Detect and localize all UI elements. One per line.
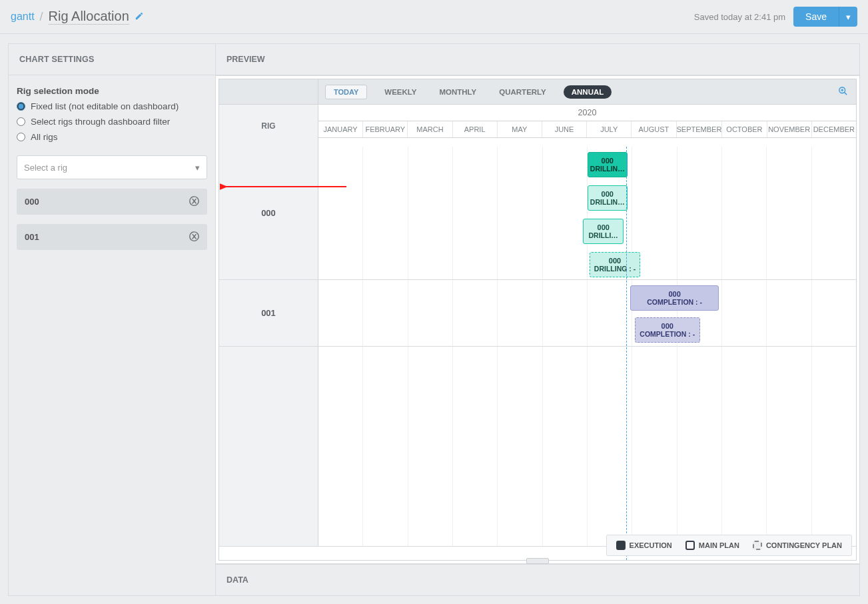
scale-annual[interactable]: ANNUAL: [564, 85, 612, 99]
breadcrumb-sep: /: [40, 10, 43, 24]
preview-header: PREVIEW: [216, 44, 859, 75]
scale-weekly[interactable]: WEEKLY: [379, 85, 422, 99]
rig-row-label: 001: [219, 280, 318, 346]
month-header: JULY: [586, 121, 631, 137]
gantt-bar[interactable]: 000COMPLETION : -: [630, 285, 719, 311]
sidebar: CHART SETTINGS Rig selection mode Fixed …: [8, 43, 216, 596]
radio-fixed-input[interactable]: [17, 102, 25, 111]
month-header: NOVEMBER: [767, 121, 811, 137]
radio-fixed-text: Fixed list (not editable on dashboard): [31, 101, 179, 111]
rig-chip-label: 001: [25, 232, 39, 242]
save-button-group: Save ▾: [793, 7, 857, 27]
gantt-bar[interactable]: 000DRILLIN…: [588, 152, 628, 177]
rig-row-label: 000: [219, 147, 318, 279]
gantt-empty-area: [219, 347, 856, 547]
topbar: gantt / Rig Allocation Saved today at 2:…: [0, 0, 868, 34]
page-title[interactable]: Rig Allocation: [49, 9, 129, 25]
month-header: MARCH: [407, 121, 452, 137]
radio-filter-input[interactable]: [17, 117, 25, 126]
remove-chip-icon[interactable]: ⓧ: [189, 195, 199, 208]
gantt-rows[interactable]: 000000DRILLIN…000DRILLIN…000DRILLI…000DR…: [219, 147, 856, 560]
today-marker: [626, 147, 627, 560]
legend-contingency-plan: CONTINGENCY PLAN: [753, 541, 842, 550]
year-label: 2020: [318, 105, 856, 121]
month-header: AUGUST: [631, 121, 675, 137]
timeline[interactable]: 000DRILLIN…000DRILLIN…000DRILLI…000DRILL…: [318, 147, 856, 279]
month-header: JANUARY: [318, 121, 362, 137]
month-header: OCTOBER: [721, 121, 766, 137]
month-header: SEPTEMBER: [676, 121, 722, 137]
legend-execution: EXECUTION: [616, 541, 672, 550]
month-header: MAY: [497, 121, 542, 137]
saved-timestamp: Saved today at 2:41 pm: [694, 12, 785, 22]
remove-chip-icon[interactable]: ⓧ: [189, 231, 199, 243]
legend-main-swatch: [685, 541, 695, 550]
legend-main-plan: MAIN PLAN: [685, 541, 739, 550]
month-header: APRIL: [452, 121, 497, 137]
pencil-icon[interactable]: [135, 11, 144, 23]
radio-all-input[interactable]: [17, 133, 25, 141]
sidebar-header: CHART SETTINGS: [9, 44, 215, 75]
breadcrumb: gantt / Rig Allocation: [11, 9, 144, 25]
legend-main-label: MAIN PLAN: [699, 541, 739, 549]
rig-column-header: RIG: [219, 105, 318, 147]
radio-all-rigs[interactable]: All rigs: [17, 132, 207, 142]
rig-mode-label: Rig selection mode: [17, 86, 207, 96]
content: PREVIEW TODAY WEEKLY MONTHLY QUARTERLY A…: [216, 43, 860, 596]
today-button[interactable]: TODAY: [325, 85, 367, 99]
gantt-area: TODAY WEEKLY MONTHLY QUARTERLY ANNUAL RI…: [216, 75, 859, 564]
timeline[interactable]: 000COMPLETION : -000COMPLETION : -: [318, 280, 856, 346]
rig-chip-label: 000: [25, 197, 39, 207]
month-header: JUNE: [542, 121, 586, 137]
data-section-header[interactable]: DATA: [216, 564, 859, 595]
scale-quarterly[interactable]: QUARTERLY: [494, 85, 552, 99]
gantt-controls: TODAY WEEKLY MONTHLY QUARTERLY ANNUAL: [318, 85, 612, 99]
legend-exec-label: EXECUTION: [630, 541, 672, 549]
caret-down-icon: ▾: [846, 12, 851, 22]
month-header: FEBRUARY: [362, 121, 407, 137]
topbar-right: Saved today at 2:41 pm Save ▾: [694, 7, 857, 27]
svg-line-1: [844, 92, 847, 95]
gantt-inner: TODAY WEEKLY MONTHLY QUARTERLY ANNUAL RI…: [218, 79, 857, 561]
scale-monthly[interactable]: MONTHLY: [434, 85, 482, 99]
month-headers: JANUARYFEBRUARYMARCHAPRILMAYJUNEJULYAUGU…: [318, 121, 856, 137]
radio-dashboard-filter[interactable]: Select rigs through dashboard filter: [17, 117, 207, 127]
splitter-handle[interactable]: [526, 558, 549, 564]
month-header: DECEMBER: [811, 121, 856, 137]
rig-chip-001: 001 ⓧ: [17, 224, 207, 250]
rig-chip-000: 000 ⓧ: [17, 189, 207, 215]
rig-select[interactable]: Select a rig ▾: [17, 155, 207, 179]
radio-fixed-list[interactable]: Fixed list (not editable on dashboard): [17, 101, 207, 111]
rig-col-spacer: [219, 79, 318, 104]
gantt-bar[interactable]: 000DRILLIN…: [588, 185, 628, 211]
gantt-row: 001000COMPLETION : -000COMPLETION : -: [219, 280, 856, 347]
save-dropdown-button[interactable]: ▾: [839, 7, 857, 27]
chevron-down-icon: ▾: [195, 163, 200, 173]
sidebar-body: Rig selection mode Fixed list (not edita…: [9, 75, 215, 261]
radio-filter-text: Select rigs through dashboard filter: [31, 117, 170, 127]
legend: EXECUTION MAIN PLAN CONTINGENCY PLAN: [606, 535, 852, 556]
radio-all-text: All rigs: [31, 132, 58, 142]
main: CHART SETTINGS Rig selection mode Fixed …: [0, 34, 868, 604]
save-button[interactable]: Save: [793, 7, 839, 27]
timeline-header: 2020 JANUARYFEBRUARYMARCHAPRILMAYJUNEJUL…: [318, 105, 856, 147]
legend-exec-swatch: [616, 541, 626, 550]
gantt-toolbar: TODAY WEEKLY MONTHLY QUARTERLY ANNUAL: [219, 79, 856, 105]
gantt-header: RIG 2020 JANUARYFEBRUARYMARCHAPRILMAYJUN…: [219, 105, 856, 147]
gantt-bar[interactable]: 000DRILLING : -: [590, 252, 641, 277]
zoom-in-icon[interactable]: [838, 86, 848, 98]
gantt-row: 000000DRILLIN…000DRILLIN…000DRILLI…000DR…: [219, 147, 856, 280]
gantt-bar[interactable]: 000DRILLI…: [583, 219, 624, 244]
legend-cont-label: CONTINGENCY PLAN: [766, 541, 842, 549]
legend-cont-swatch: [753, 541, 762, 550]
breadcrumb-root[interactable]: gantt: [11, 11, 35, 23]
rig-select-placeholder: Select a rig: [24, 163, 67, 173]
gantt-bar[interactable]: 000COMPLETION : -: [635, 317, 700, 343]
